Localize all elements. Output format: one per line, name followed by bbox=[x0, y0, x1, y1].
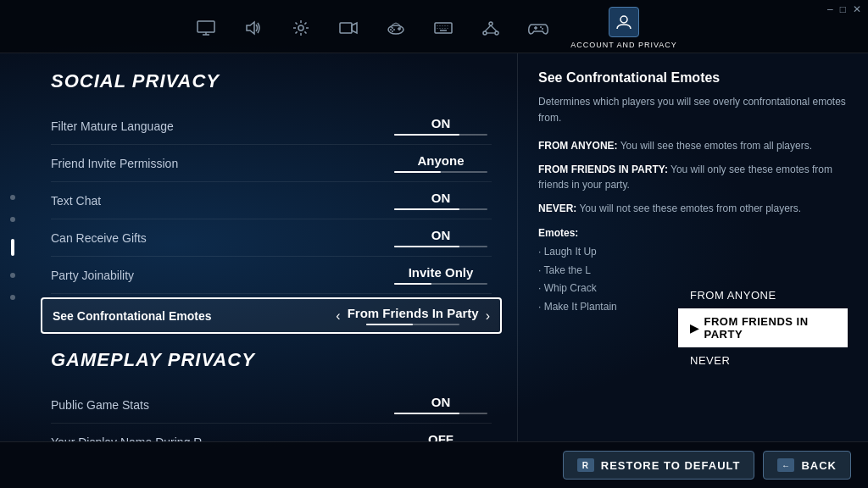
main-area: SOCIAL PRIVACY Filter Mature Language ON… bbox=[0, 53, 868, 441]
restore-default-button[interactable]: R RESTORE TO DEFAULT bbox=[563, 451, 755, 480]
sidebar-dot-3[interactable] bbox=[11, 239, 14, 256]
restore-label: RESTORE TO DEFAULT bbox=[601, 459, 741, 472]
setting-party-joinability[interactable]: Party Joinability Invite Only bbox=[51, 257, 492, 294]
receive-gifts-label: Can Receive Gifts bbox=[51, 231, 147, 245]
slider-fill bbox=[394, 134, 459, 136]
nav-keyboard[interactable] bbox=[428, 13, 459, 43]
svg-point-10 bbox=[393, 29, 395, 30]
confrontational-emotes-control: ‹ From Friends In Party › bbox=[336, 306, 490, 325]
monitor-icon bbox=[191, 13, 221, 43]
info-option-anyone: FROM ANYONE: You will see these emotes f… bbox=[538, 138, 848, 153]
emotes-label: Emotes: bbox=[538, 227, 578, 239]
dropdown-arrow: ▶ bbox=[690, 322, 699, 335]
sidebar-dot-2[interactable] bbox=[10, 217, 15, 222]
filter-mature-language-label: Filter Mature Language bbox=[51, 119, 174, 133]
text-chat-label: Text Chat bbox=[51, 194, 101, 208]
info-option-never-key: NEVER: bbox=[538, 202, 576, 214]
filter-mature-language-value: ON bbox=[390, 116, 492, 136]
dropdown-options: FROM ANYONE ▶ FROM FRIENDS IN PARTY NEVE… bbox=[678, 282, 848, 374]
gear-icon bbox=[286, 13, 316, 43]
emote-1: · Laugh It Up bbox=[538, 246, 597, 258]
text-chat-value: ON bbox=[390, 191, 492, 210]
display-name-value: OFF bbox=[390, 432, 492, 441]
app-container: – □ ✕ bbox=[0, 0, 868, 488]
slider-fill bbox=[394, 208, 459, 210]
info-option-never: NEVER: You will not see these emotes fro… bbox=[538, 201, 848, 216]
nav-account[interactable]: ACCOUNT AND PRIVACY bbox=[570, 7, 677, 49]
svg-point-11 bbox=[392, 30, 393, 32]
info-panel-title: See Confrontational Emotes bbox=[538, 70, 848, 86]
dropdown-option-friends-party[interactable]: ▶ FROM FRIENDS IN PARTY bbox=[678, 308, 848, 347]
top-nav: ACCOUNT AND PRIVACY bbox=[0, 0, 868, 53]
friend-invite-label: Friend Invite Permission bbox=[51, 157, 178, 170]
display-name-label: Your Display Name During R bbox=[51, 435, 202, 442]
svg-point-27 bbox=[483, 31, 487, 35]
info-option-friends-key: FROM FRIENDS IN PARTY: bbox=[538, 164, 668, 175]
network-icon bbox=[476, 13, 506, 43]
keyboard-icon bbox=[428, 13, 459, 43]
svg-point-26 bbox=[489, 22, 492, 25]
arrow-right-btn[interactable]: › bbox=[486, 308, 490, 324]
setting-display-name[interactable]: Your Display Name During R OFF bbox=[51, 424, 492, 441]
confrontational-emotes-value: From Friends In Party bbox=[348, 306, 479, 325]
svg-marker-6 bbox=[352, 23, 357, 33]
info-panel: See Confrontational Emotes Determines wh… bbox=[517, 53, 868, 441]
setting-filter-mature-language[interactable]: Filter Mature Language ON bbox=[51, 108, 492, 145]
nav-settings[interactable] bbox=[286, 13, 316, 43]
slider-fill bbox=[394, 413, 459, 414]
back-button[interactable]: ← BACK bbox=[763, 451, 851, 480]
minimize-btn[interactable]: – bbox=[827, 3, 833, 15]
setting-text-chat[interactable]: Text Chat ON bbox=[51, 182, 492, 219]
public-game-stats-label: Public Game Stats bbox=[51, 398, 149, 412]
info-option-anyone-key: FROM ANYONE: bbox=[538, 140, 618, 152]
info-option-anyone-text: You will see these emotes from all playe… bbox=[620, 140, 812, 152]
arrow-left-btn[interactable]: ‹ bbox=[336, 308, 340, 324]
settings-panel: SOCIAL PRIVACY Filter Mature Language ON… bbox=[25, 53, 517, 441]
dropdown-option-anyone[interactable]: FROM ANYONE bbox=[678, 282, 848, 308]
svg-point-35 bbox=[542, 28, 543, 30]
account-nav-label: ACCOUNT AND PRIVACY bbox=[570, 41, 677, 49]
nav-audio[interactable] bbox=[238, 13, 269, 43]
filter-mature-language-slider bbox=[394, 134, 487, 136]
slider-fill bbox=[394, 246, 459, 247]
info-option-never-text: You will not see these emotes from other… bbox=[579, 202, 801, 214]
setting-confrontational-emotes[interactable]: See Confrontational Emotes ‹ From Friend… bbox=[41, 297, 502, 334]
dropdown-option-never[interactable]: NEVER bbox=[678, 347, 848, 374]
sidebar-dots bbox=[0, 53, 25, 441]
nav-display[interactable] bbox=[191, 13, 221, 43]
receive-gifts-slider bbox=[394, 246, 487, 247]
friend-invite-slider bbox=[394, 171, 487, 173]
svg-line-30 bbox=[491, 25, 497, 31]
gameplay-privacy-title: GAMEPLAY PRIVACY bbox=[51, 349, 492, 371]
controller-icon bbox=[523, 13, 554, 43]
svg-marker-3 bbox=[247, 22, 254, 34]
video-icon bbox=[333, 13, 364, 43]
gamepad2-icon bbox=[381, 13, 411, 43]
nav-gamepad2[interactable] bbox=[381, 13, 411, 43]
close-btn[interactable]: ✕ bbox=[853, 3, 861, 15]
nav-network[interactable] bbox=[476, 13, 506, 43]
svg-point-4 bbox=[298, 25, 303, 30]
sidebar-dot-5[interactable] bbox=[10, 295, 15, 300]
slider-fill bbox=[366, 324, 413, 325]
setting-public-game-stats[interactable]: Public Game Stats ON bbox=[51, 386, 492, 424]
back-icon: ← bbox=[777, 458, 794, 472]
nav-video[interactable] bbox=[333, 13, 364, 43]
nav-controller[interactable] bbox=[523, 13, 554, 43]
setting-receive-gifts[interactable]: Can Receive Gifts ON bbox=[51, 219, 492, 257]
social-privacy-title: SOCIAL PRIVACY bbox=[51, 70, 492, 92]
setting-friend-invite[interactable]: Friend Invite Permission Anyone bbox=[51, 145, 492, 182]
public-game-stats-slider bbox=[394, 413, 487, 414]
bottom-bar: R RESTORE TO DEFAULT ← BACK bbox=[0, 441, 868, 488]
sidebar-dot-1[interactable] bbox=[10, 195, 15, 200]
party-joinability-label: Party Joinability bbox=[51, 269, 134, 282]
receive-gifts-value: ON bbox=[390, 228, 492, 247]
emote-2: · Take the L bbox=[538, 264, 591, 276]
slider-fill bbox=[394, 283, 431, 285]
maximize-btn[interactable]: □ bbox=[840, 3, 846, 15]
party-joinability-slider bbox=[394, 283, 487, 285]
text-chat-slider bbox=[394, 208, 487, 210]
svg-point-9 bbox=[390, 29, 392, 30]
sidebar-dot-4[interactable] bbox=[10, 273, 15, 278]
dropdown-friends-label: FROM FRIENDS IN PARTY bbox=[704, 315, 837, 341]
